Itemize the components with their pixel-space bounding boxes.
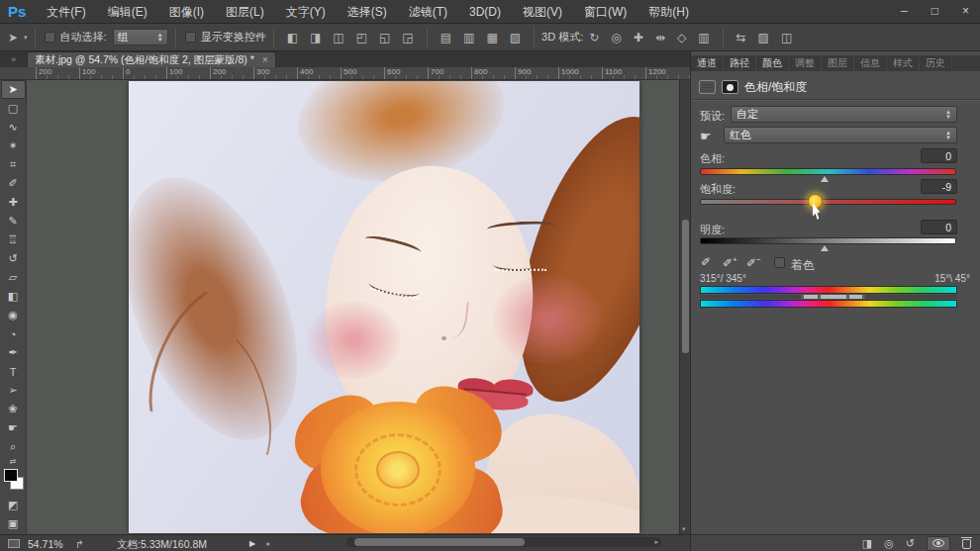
screen-mode-button[interactable]: ▣ <box>1 514 26 533</box>
scroll-right-arrow-icon[interactable]: ▸ <box>654 538 658 546</box>
hue-slider[interactable] <box>700 168 956 175</box>
horizontal-scroll-thumb[interactable] <box>354 538 525 546</box>
3d-slide-icon[interactable]: ⇹ <box>649 25 671 50</box>
align-vertical-centers-icon[interactable]: ◨ <box>304 25 327 50</box>
eyedropper-tool[interactable]: ✐ <box>1 174 26 193</box>
distribute-top-icon[interactable]: ▤ <box>435 25 457 50</box>
minimize-button[interactable]: – <box>896 0 913 22</box>
range-band[interactable] <box>803 295 864 299</box>
current-tool-icon[interactable]: ➤ <box>0 25 24 50</box>
quick-mask-button[interactable]: ◩ <box>1 496 26 514</box>
brush-tool[interactable]: ✎ <box>1 212 26 230</box>
distribute-bottom-icon[interactable]: ▦ <box>480 25 503 50</box>
vertical-scrollbar[interactable]: ▾ <box>679 80 690 534</box>
workspace-icon[interactable]: ◫ <box>775 25 798 50</box>
auto-align-icon[interactable]: ⇆ <box>731 25 752 50</box>
maximize-button[interactable]: □ <box>927 0 943 22</box>
marquee-tool[interactable]: ▢ <box>1 99 26 118</box>
distribute-vcenter-icon[interactable]: ▥ <box>457 25 480 50</box>
gradient-tool[interactable]: ◧ <box>1 287 26 306</box>
auto-blend-icon[interactable]: ▨ <box>752 25 775 50</box>
lightness-value[interactable]: 0 <box>921 220 957 234</box>
channel-select[interactable]: 红色 ▲▼ <box>724 127 957 143</box>
menu-item[interactable]: 文件(F) <box>36 0 96 24</box>
eraser-tool[interactable]: ▱ <box>1 268 26 287</box>
targeted-adjustment-icon[interactable]: ☛ <box>700 129 712 143</box>
menu-item[interactable]: 图层(L) <box>215 0 275 24</box>
menu-item[interactable]: 编辑(E) <box>97 0 158 24</box>
align-top-edges-icon[interactable]: ◧ <box>281 25 304 50</box>
type-tool[interactable]: T <box>1 362 26 381</box>
close-button[interactable]: × <box>957 0 974 22</box>
view-previous-state-icon[interactable]: ◎ <box>884 536 894 551</box>
adjustment-icon[interactable] <box>699 80 716 94</box>
blur-tool[interactable]: ◉ <box>1 306 26 324</box>
delete-adjustment-icon[interactable] <box>962 539 971 549</box>
menu-item[interactable]: 3D(D) <box>458 0 512 24</box>
menu-item[interactable]: 视图(V) <box>512 0 573 24</box>
align-bottom-edges-icon[interactable]: ◫ <box>327 25 349 50</box>
align-left-edges-icon[interactable]: ◰ <box>350 25 373 50</box>
reset-icon[interactable]: ↺ <box>906 536 915 551</box>
panel-tab[interactable]: 信息 <box>854 55 887 71</box>
zoom-tool[interactable]: ⌕ <box>1 437 26 456</box>
move-tool[interactable]: ➤ <box>1 80 26 99</box>
document-info[interactable]: 文档:5.33M/160.8M <box>117 538 207 551</box>
visibility-toggle[interactable] <box>927 536 950 551</box>
distribute-left-icon[interactable]: ▧ <box>504 25 527 50</box>
vertical-scroll-thumb[interactable] <box>682 220 689 353</box>
canvas-area[interactable] <box>27 80 679 534</box>
document-tab[interactable]: 素材.jpg @ 54.7% (色相/饱和度 2, 图层蒙版/8) * × <box>27 51 276 67</box>
3d-roll-icon[interactable]: ◎ <box>605 25 627 50</box>
show-transform-checkbox[interactable] <box>185 32 196 43</box>
zoom-level[interactable]: 54.71% <box>28 538 63 550</box>
pen-tool[interactable]: ✒ <box>1 343 26 362</box>
healing-brush-tool[interactable]: ✚ <box>1 193 26 212</box>
panel-tab[interactable]: 路径 <box>724 55 756 71</box>
hand-tool[interactable]: ☛ <box>1 418 26 437</box>
colorize-checkbox[interactable] <box>774 257 785 268</box>
menu-item[interactable]: 文字(Y) <box>275 0 337 24</box>
crop-tool[interactable]: ⌗ <box>1 155 26 174</box>
clone-stamp-tool[interactable]: ♖ <box>1 230 26 249</box>
panel-tab[interactable]: 图层 <box>822 55 854 71</box>
lasso-tool[interactable]: ∿ <box>1 118 26 137</box>
history-brush-tool[interactable]: ↺ <box>1 249 26 268</box>
3d-extra-icon[interactable]: ▥ <box>692 25 715 50</box>
export-icon[interactable]: ↱ <box>75 538 84 550</box>
eyedropper-icon[interactable]: ✐ <box>701 255 711 269</box>
panel-tab[interactable]: 样式 <box>887 55 920 71</box>
scroll-down-arrow-icon[interactable]: ▾ <box>682 525 686 533</box>
3d-rotate-icon[interactable]: ↻ <box>583 25 605 50</box>
horizontal-scrollbar[interactable]: ▸ <box>346 537 661 547</box>
preset-select[interactable]: 自定 ▲▼ <box>731 106 957 123</box>
3d-scale-icon[interactable]: ◇ <box>671 25 692 50</box>
tool-preset-arrow-icon[interactable]: ▾ <box>24 34 28 42</box>
tab-close-icon[interactable]: × <box>262 54 268 65</box>
tab-overflow-icon[interactable]: » <box>0 51 27 67</box>
menu-item[interactable]: 窗口(W) <box>573 0 637 24</box>
lightness-slider[interactable] <box>700 237 956 244</box>
hue-slider-handle[interactable] <box>821 176 829 182</box>
foreground-color-swatch[interactable] <box>4 469 18 482</box>
status-play-icon[interactable]: ▶ <box>249 539 255 548</box>
auto-select-checkbox[interactable] <box>45 32 55 43</box>
clip-to-layer-icon[interactable]: ◨ <box>862 536 872 551</box>
saturation-value[interactable]: -9 <box>921 179 957 194</box>
panel-tab[interactable]: 通道 <box>691 55 724 71</box>
panel-tab[interactable]: 历史 <box>920 55 952 71</box>
magic-wand-tool[interactable]: ✶ <box>1 137 26 155</box>
layer-mask-icon[interactable] <box>722 80 738 94</box>
eyedropper-subtract-icon[interactable]: ✐− <box>746 255 761 270</box>
auto-select-target-select[interactable]: 组 ▲▼ <box>113 29 168 46</box>
lightness-slider-handle[interactable] <box>821 245 829 251</box>
menu-item[interactable]: 滤镜(T) <box>398 0 458 24</box>
menu-item[interactable]: 图像(I) <box>158 0 215 24</box>
3d-drag-icon[interactable]: ✚ <box>628 25 649 50</box>
shape-tool[interactable]: ❀ <box>1 400 26 418</box>
panel-tab[interactable]: 颜色 <box>756 55 789 71</box>
align-horizontal-centers-icon[interactable]: ◱ <box>373 25 396 50</box>
swap-colors-icon[interactable]: ⇄ <box>1 456 26 468</box>
hue-value[interactable]: 0 <box>921 148 957 163</box>
menu-item[interactable]: 选择(S) <box>337 0 398 24</box>
